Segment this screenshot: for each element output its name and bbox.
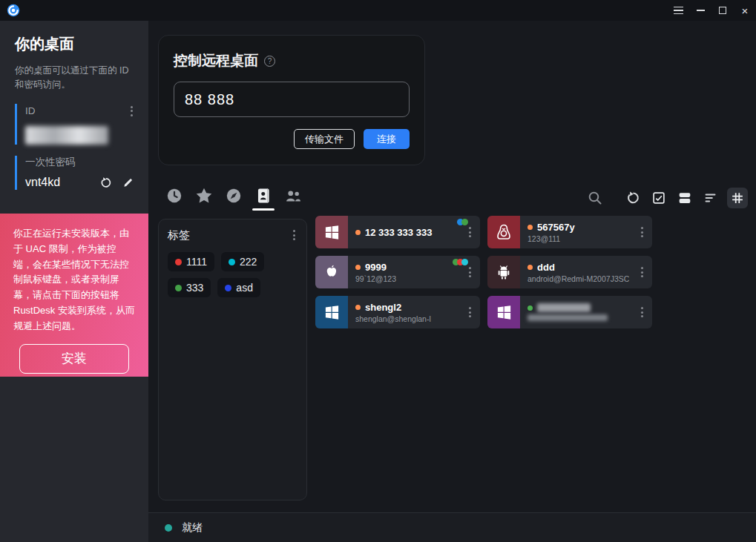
install-button[interactable]: 安装 — [19, 344, 129, 374]
one-time-password-value: vnt4kd — [25, 176, 60, 189]
peer-name: shengl2 — [365, 302, 401, 313]
peer-card[interactable]: 9999 99`12@123 — [315, 256, 480, 288]
main-area: 控制远程桌面 ? 传输文件 连接 — [148, 21, 756, 542]
peer-card[interactable]: shengl2 shenglan@shenglan-l — [315, 296, 480, 328]
peer-menu-kebab-icon[interactable] — [467, 225, 473, 239]
tag-color-dot — [175, 259, 182, 265]
install-notice-text: 你正在运行未安装版本，由于 UAC 限制，作为被控端，会在某些情况下无法控制鼠标… — [13, 226, 135, 334]
install-notice: 你正在运行未安装版本，由于 UAC 限制，作为被控端，会在某些情况下无法控制鼠标… — [0, 214, 148, 377]
peer-menu-kebab-icon[interactable] — [639, 225, 645, 239]
sort-icon[interactable] — [701, 188, 720, 208]
tab-groups[interactable] — [283, 186, 303, 211]
windows-icon — [315, 296, 348, 328]
tab-discovered[interactable] — [223, 186, 243, 211]
sidebar-description: 你的桌面可以通过下面的 ID 和密码访问。 — [15, 64, 135, 92]
peer-menu-kebab-icon[interactable] — [639, 265, 645, 280]
edit-password-icon[interactable] — [122, 176, 135, 189]
status-ready-dot — [165, 524, 172, 532]
peer-name: 567567y — [537, 222, 575, 233]
star-icon — [194, 186, 214, 205]
tag-chip[interactable]: 222 — [221, 252, 264, 271]
tags-panel: 标签 1111 222 333 asd — [158, 219, 307, 500]
peer-card[interactable]: 567567y 123@111 — [487, 216, 652, 248]
id-value-blurred — [25, 126, 108, 145]
tags-menu-kebab-icon[interactable] — [291, 228, 298, 242]
tab-recent-sessions[interactable] — [164, 186, 184, 211]
password-section: 一次性密码 vnt4kd — [15, 156, 135, 190]
id-section: ID — [15, 104, 135, 145]
id-label: ID — [25, 105, 36, 116]
windows-icon — [487, 296, 520, 328]
peer-name: 9999 — [365, 262, 387, 273]
selected-tab-underline — [252, 208, 275, 211]
refresh-icon[interactable] — [623, 188, 642, 208]
presence-dot — [355, 265, 361, 270]
tag-chip[interactable]: asd — [217, 278, 260, 297]
presence-dot — [527, 225, 533, 230]
maximize-icon — [719, 7, 726, 14]
remote-id-input[interactable] — [174, 82, 410, 117]
statusbar: 就绪 — [148, 512, 756, 542]
peer-card[interactable]: 12 333 333 333 — [315, 216, 480, 248]
address-book-icon — [254, 186, 273, 205]
tab-address-book[interactable] — [253, 186, 273, 211]
card-view-icon[interactable] — [675, 188, 694, 208]
connect-button[interactable]: 连接 — [364, 129, 410, 149]
peer-name: 12 333 333 333 — [365, 227, 432, 238]
peer-username: 99`12@123 — [355, 274, 396, 283]
tag-label: 1111 — [186, 256, 207, 268]
group-icon — [283, 186, 303, 205]
minimize-icon — [697, 10, 705, 11]
peer-menu-kebab-icon[interactable] — [467, 265, 473, 280]
tab-favorites[interactable] — [194, 186, 214, 211]
peer-menu-kebab-icon[interactable] — [467, 305, 473, 320]
tag-color-dot — [229, 259, 235, 265]
presence-dot — [527, 305, 533, 311]
peer-card[interactable] — [487, 296, 652, 328]
peer-name-blurred — [537, 303, 591, 312]
search-icon[interactable] — [585, 188, 605, 208]
peer-username: 123@111 — [527, 234, 575, 243]
titlebar: × — [0, 0, 756, 21]
presence-dot — [355, 230, 361, 235]
transfer-file-button[interactable]: 传输文件 — [294, 129, 355, 149]
linux-icon — [487, 216, 520, 248]
one-time-password-label: 一次性密码 — [25, 156, 76, 169]
peer-menu-kebab-icon[interactable] — [639, 305, 645, 320]
tag-color-dot — [175, 285, 182, 291]
id-menu-kebab-icon[interactable] — [128, 104, 135, 119]
tag-color-dot — [225, 285, 231, 291]
refresh-password-icon[interactable] — [99, 176, 113, 190]
sidebar-title: 你的桌面 — [15, 34, 135, 54]
hamburger-menu-icon[interactable] — [667, 0, 689, 21]
clock-icon — [165, 186, 184, 205]
peer-grid: 12 333 333 333 — [315, 216, 654, 328]
tag-chip[interactable]: 333 — [168, 278, 211, 297]
presence-dot — [355, 305, 361, 310]
peer-name: ddd — [537, 262, 555, 273]
main-toolbar — [585, 188, 748, 208]
presence-dot — [527, 265, 533, 270]
minimize-button[interactable] — [689, 0, 711, 21]
help-icon[interactable]: ? — [264, 56, 275, 67]
tag-label: 333 — [186, 282, 203, 294]
window-controls: × — [667, 0, 756, 21]
peer-card[interactable]: ddd android@Redmi-M2007J3SC — [487, 256, 652, 288]
control-remote-desktop-card: 控制远程桌面 ? 传输文件 连接 — [158, 35, 425, 165]
tag-label: 222 — [240, 256, 257, 268]
tag-chip[interactable]: 1111 — [168, 252, 214, 271]
peer-tabs — [164, 186, 303, 211]
grid-view-icon[interactable] — [727, 188, 748, 208]
hamburger-bars — [674, 7, 683, 15]
close-button[interactable]: × — [734, 0, 756, 21]
multi-select-icon[interactable] — [649, 188, 668, 208]
control-remote-desktop-title: 控制远程桌面 — [174, 51, 258, 70]
rustdesk-logo-icon — [7, 4, 20, 17]
sidebar: 你的桌面 你的桌面可以通过下面的 ID 和密码访问。 ID 一次性密码 vnt4… — [0, 21, 148, 542]
status-text: 就绪 — [182, 521, 203, 535]
peer-username: shenglan@shenglan-l — [355, 314, 431, 323]
tags-title: 标签 — [168, 228, 190, 242]
tag-label: asd — [236, 282, 253, 294]
windows-icon — [315, 216, 348, 248]
maximize-button[interactable] — [711, 0, 734, 21]
